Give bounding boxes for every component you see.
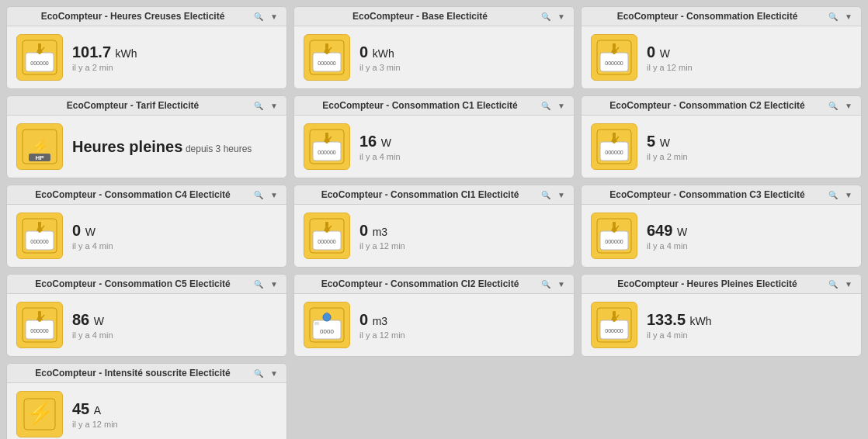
device-icon-consommation-ci1: 000000 <box>304 213 350 259</box>
chevron-down-icon[interactable]: ▼ <box>842 188 855 201</box>
card-value-consommation-c3: 649 Wil y a 4 min <box>647 222 688 251</box>
value-sublabel: depuis 3 heures <box>186 143 252 154</box>
chevron-down-icon[interactable]: ▼ <box>555 99 568 112</box>
search-icon[interactable]: 🔍 <box>252 367 265 379</box>
device-icon-consommation-c3: 000000 <box>591 213 637 259</box>
device-icon-consommation-c4: 000000 <box>16 213 63 259</box>
card-header-consommation: EcoCompteur - Consommation Electicité🔍▼ <box>582 7 861 26</box>
value-number: 16 W <box>359 133 401 150</box>
chevron-down-icon[interactable]: ▼ <box>268 188 280 201</box>
card-body-consommation: 000000 0 Wil y a 12 min <box>582 26 861 88</box>
search-icon[interactable]: 🔍 <box>540 99 552 112</box>
card-consommation-c3: EcoCompteur - Consommation C3 Electicité… <box>581 185 862 268</box>
value-time: il y a 2 min <box>647 152 688 161</box>
search-icon[interactable]: 🔍 <box>827 99 839 112</box>
card-value-consommation-ci1: 0 m3il y a 12 min <box>359 222 405 251</box>
card-base: EcoCompteur - Base Electicité🔍▼ 000000 0… <box>293 6 575 89</box>
chevron-down-icon[interactable]: ▼ <box>842 10 855 22</box>
device-icon-consommation: 000000 <box>591 34 637 81</box>
device-icon-base: 000000 <box>304 34 350 81</box>
value-unit: kWh <box>116 47 137 60</box>
svg-text:000000: 000000 <box>30 60 48 66</box>
value-number: 0 m3 <box>359 222 405 240</box>
card-body-consommation-c2: 000000 5 Wil y a 2 min <box>582 116 861 178</box>
chevron-down-icon[interactable]: ▼ <box>555 278 568 290</box>
card-value-base: 0 kWhil y a 3 min <box>359 43 401 72</box>
value-unit: W <box>94 315 104 327</box>
value-time: il y a 12 min <box>647 63 693 72</box>
card-action-icons: 🔍▼ <box>540 188 568 201</box>
search-icon[interactable]: 🔍 <box>540 278 552 290</box>
chevron-down-icon[interactable]: ▼ <box>555 188 568 201</box>
svg-text:⚡: ⚡ <box>26 400 54 426</box>
value-number: 101.7 kWh <box>72 43 137 61</box>
card-heures-creuses: EcoCompteur - Heures Creuses Electicité🔍… <box>6 6 287 89</box>
card-header-consommation-c3: EcoCompteur - Consommation C3 Electicité… <box>582 185 861 205</box>
svg-rect-15 <box>613 43 616 48</box>
value-unit: W <box>85 226 95 238</box>
search-icon[interactable]: 🔍 <box>827 188 839 201</box>
card-header-consommation-c5: EcoCompteur - Consommation C5 Electicité… <box>7 275 286 294</box>
chevron-down-icon[interactable]: ▼ <box>268 10 280 22</box>
search-icon[interactable]: 🔍 <box>252 278 265 290</box>
value-unit: W <box>381 137 391 149</box>
device-icon-consommation-ci2: 0000 <box>304 302 350 348</box>
svg-text:⚡: ⚡ <box>31 138 49 155</box>
svg-rect-43 <box>325 222 328 226</box>
card-title-heures-pleines: EcoCompteur - Heures Pleines Electicité <box>588 278 827 289</box>
card-action-icons: 🔍▼ <box>252 99 280 112</box>
card-action-icons: 🔍▼ <box>252 188 280 201</box>
search-icon[interactable]: 🔍 <box>827 278 839 290</box>
svg-rect-9 <box>325 43 328 48</box>
value-time: il y a 4 min <box>359 152 401 161</box>
card-tarif: EcoCompteur - Tarif Electicité🔍▼ ⚡ HP He… <box>6 95 287 178</box>
card-intensite: EcoCompteur - Intensité souscrite Electi… <box>6 363 287 439</box>
search-icon[interactable]: 🔍 <box>540 188 552 201</box>
card-body-tarif: ⚡ HP Heures pleines depuis 3 heures <box>7 116 286 178</box>
card-action-icons: 🔍▼ <box>827 10 855 22</box>
value-time: il y a 3 min <box>359 63 401 72</box>
svg-text:000000: 000000 <box>30 239 48 244</box>
card-body-base: 000000 0 kWhil y a 3 min <box>294 26 574 88</box>
chevron-down-icon[interactable]: ▼ <box>842 99 855 112</box>
card-title-heures-creuses: EcoCompteur - Heures Creuses Electicité <box>13 11 252 22</box>
chevron-down-icon[interactable]: ▼ <box>842 278 855 290</box>
card-value-heures-creuses: 101.7 kWhil y a 2 min <box>72 43 137 72</box>
card-title-consommation-c1: EcoCompteur - Consommation C1 Electicité <box>300 100 540 111</box>
svg-rect-25 <box>325 133 328 137</box>
value-unit: kWh <box>373 47 394 60</box>
card-action-icons: 🔍▼ <box>827 99 855 112</box>
card-title-base: EcoCompteur - Base Electicité <box>300 11 540 22</box>
chevron-down-icon[interactable]: ▼ <box>268 99 280 112</box>
value-time: il y a 12 min <box>359 241 405 251</box>
card-header-consommation-ci2: EcoCompteur - Consommation CI2 Electicit… <box>294 275 574 294</box>
search-icon[interactable]: 🔍 <box>252 10 265 22</box>
device-icon-heures-pleines: 000000 <box>591 302 637 348</box>
card-value-consommation-c2: 5 Wil y a 2 min <box>647 133 688 161</box>
value-time: il y a 4 min <box>647 241 688 251</box>
chevron-down-icon[interactable]: ▼ <box>268 367 280 379</box>
card-body-intensite: ⚡ 45 Ail y a 12 min <box>7 383 286 439</box>
card-action-icons: 🔍▼ <box>540 99 568 112</box>
value-number: 0 W <box>647 43 693 61</box>
card-body-heures-creuses: 000000 101.7 kWhil y a 2 min <box>7 26 286 88</box>
card-header-tarif: EcoCompteur - Tarif Electicité🔍▼ <box>7 96 286 116</box>
search-icon[interactable]: 🔍 <box>540 10 552 22</box>
card-consommation-c1: EcoCompteur - Consommation C1 Electicité… <box>293 95 575 178</box>
card-value-consommation-c4: 0 Wil y a 4 min <box>72 222 113 251</box>
card-consommation-ci1: EcoCompteur - Consommation CI1 Electicit… <box>293 185 575 268</box>
chevron-down-icon[interactable]: ▼ <box>268 278 280 290</box>
card-action-icons: 🔍▼ <box>252 278 280 290</box>
search-icon[interactable]: 🔍 <box>252 99 265 112</box>
svg-rect-67 <box>613 311 616 316</box>
chevron-down-icon[interactable]: ▼ <box>555 10 568 22</box>
search-icon[interactable]: 🔍 <box>827 10 839 22</box>
value-time: il y a 4 min <box>72 330 113 340</box>
card-header-consommation-ci1: EcoCompteur - Consommation CI1 Electicit… <box>294 185 574 205</box>
cards-grid: EcoCompteur - Heures Creuses Electicité🔍… <box>6 6 862 439</box>
search-icon[interactable]: 🔍 <box>252 188 265 201</box>
card-title-consommation-c3: EcoCompteur - Consommation C3 Electicité <box>588 189 827 200</box>
value-unit: m3 <box>373 226 387 238</box>
device-icon-tarif: ⚡ HP <box>16 123 63 170</box>
svg-text:000000: 000000 <box>318 60 335 66</box>
